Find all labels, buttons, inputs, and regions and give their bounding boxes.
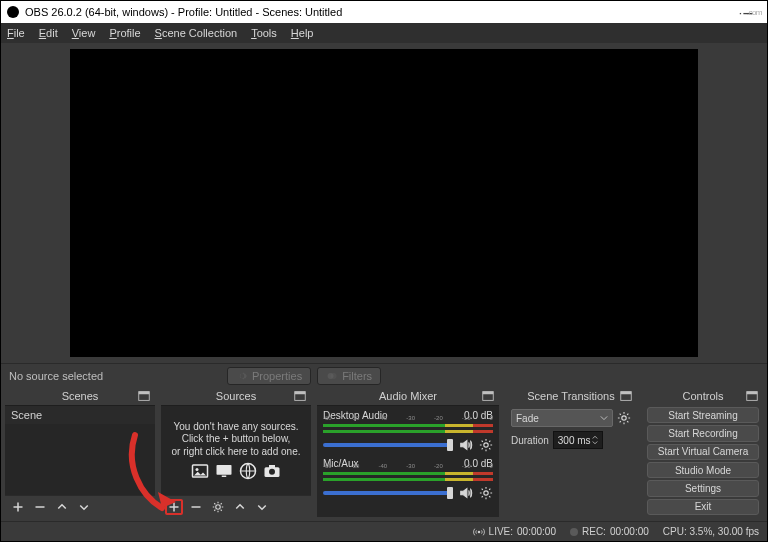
transitions-header: Scene Transitions [505, 387, 637, 405]
start-virtual-camera-button[interactable]: Start Virtual Camera [647, 444, 759, 460]
menu-bar: File Edit View Profile Scene Collection … [1, 23, 767, 43]
scenes-panel: Scenes Scene [5, 387, 155, 517]
image-icon [191, 462, 209, 480]
sources-footer [161, 495, 311, 517]
speaker-icon[interactable] [459, 438, 473, 452]
svg-rect-23 [747, 392, 758, 395]
sources-empty-message: You don't have any sources. Click the + … [172, 421, 301, 459]
controls-panel: Controls Start Streaming Start Recording… [643, 387, 763, 517]
dock-icon[interactable] [481, 389, 495, 403]
gear-icon[interactable] [479, 486, 493, 500]
record-dot-icon [570, 528, 578, 536]
menu-view[interactable]: View [72, 27, 96, 39]
sources-header: Sources [161, 387, 311, 405]
window-title: OBS 26.0.2 (64-bit, windows) - Profile: … [25, 6, 342, 18]
live-status: LIVE: 00:00:00 [473, 526, 556, 537]
svg-rect-20 [621, 392, 632, 395]
preview-canvas[interactable] [70, 49, 698, 357]
scene-item[interactable]: Scene [5, 406, 155, 424]
rec-status: REC: 00:00:00 [570, 526, 649, 537]
filter-icon [326, 370, 338, 382]
filters-button[interactable]: Filters [317, 367, 381, 385]
broadcast-icon [473, 527, 485, 537]
audio-meter: -60-50-40-30-20-100 [323, 470, 493, 484]
add-scene-button[interactable] [9, 499, 27, 515]
mixer-channel: Desktop Audio 0.0 dB -60-50-40-30-20-100 [323, 410, 493, 452]
start-streaming-button[interactable]: Start Streaming [647, 407, 759, 423]
svg-point-21 [622, 416, 626, 420]
status-bar: LIVE: 00:00:00 REC: 00:00:00 CPU: 3.5%, … [1, 521, 767, 541]
source-down-button[interactable] [253, 499, 271, 515]
app-icon [7, 6, 19, 18]
settings-button[interactable]: Settings [647, 480, 759, 496]
mixer-header: Audio Mixer [317, 387, 499, 405]
svg-point-17 [484, 443, 488, 447]
menu-help[interactable]: Help [291, 27, 314, 39]
controls-header: Controls [643, 387, 763, 405]
speaker-icon[interactable] [459, 486, 473, 500]
duration-input[interactable]: 300 ms [553, 431, 603, 449]
source-toolbar: No source selected Properties Filters [1, 363, 767, 387]
dock-panels: Scenes Scene Sources You don't have any [1, 387, 767, 521]
spinner-icon [592, 435, 598, 445]
transition-select[interactable]: Fade [511, 409, 613, 427]
scenes-header: Scenes [5, 387, 155, 405]
watermark: alphr.com [709, 1, 762, 19]
svg-rect-9 [222, 476, 227, 478]
sources-list[interactable]: You don't have any sources. Click the + … [161, 405, 311, 495]
remove-source-button[interactable] [187, 499, 205, 515]
audio-meter: -60-50-40-30-20-100 [323, 422, 493, 436]
preview-area [1, 43, 767, 363]
volume-slider[interactable] [323, 491, 453, 495]
audio-mixer-panel: Audio Mixer Desktop Audio 0.0 dB -60-50-… [317, 387, 499, 517]
gear-icon[interactable] [479, 438, 493, 452]
title-bar: OBS 26.0.2 (64-bit, windows) - Profile: … [1, 1, 767, 23]
menu-edit[interactable]: Edit [39, 27, 58, 39]
volume-slider[interactable] [323, 443, 453, 447]
svg-point-24 [477, 530, 480, 533]
dock-icon[interactable] [745, 389, 759, 403]
menu-tools[interactable]: Tools [251, 27, 277, 39]
globe-icon [239, 462, 257, 480]
svg-rect-3 [139, 392, 150, 395]
svg-point-12 [269, 469, 275, 475]
remove-scene-button[interactable] [31, 499, 49, 515]
gear-icon [236, 370, 248, 382]
svg-point-14 [216, 504, 221, 509]
studio-mode-button[interactable]: Studio Mode [647, 462, 759, 478]
gear-icon[interactable] [617, 411, 631, 425]
cpu-status: CPU: 3.5%, 30.00 fps [663, 526, 759, 537]
sources-panel: Sources You don't have any sources. Clic… [161, 387, 311, 517]
obs-window: OBS 26.0.2 (64-bit, windows) - Profile: … [0, 0, 768, 542]
display-icon [215, 462, 233, 480]
source-up-button[interactable] [231, 499, 249, 515]
chevron-down-icon [600, 414, 608, 422]
add-source-button[interactable] [165, 499, 183, 515]
svg-point-1 [331, 373, 337, 379]
scene-down-button[interactable] [75, 499, 93, 515]
start-recording-button[interactable]: Start Recording [647, 425, 759, 441]
svg-rect-5 [295, 392, 306, 395]
exit-button[interactable]: Exit [647, 499, 759, 515]
properties-button[interactable]: Properties [227, 367, 311, 385]
svg-rect-8 [217, 465, 232, 475]
sources-hint-icons [191, 462, 281, 480]
mixer-body: Desktop Audio 0.0 dB -60-50-40-30-20-100 [317, 405, 499, 517]
menu-profile[interactable]: Profile [109, 27, 140, 39]
scenes-list[interactable]: Scene [5, 405, 155, 495]
svg-point-18 [484, 491, 488, 495]
menu-scene-collection[interactable]: Scene Collection [155, 27, 238, 39]
dock-icon[interactable] [293, 389, 307, 403]
svg-rect-16 [483, 392, 494, 395]
camera-icon [263, 462, 281, 480]
source-properties-button[interactable] [209, 499, 227, 515]
scene-up-button[interactable] [53, 499, 71, 515]
mixer-channel: Mic/Aux 0.0 dB -60-50-40-30-20-100 [323, 458, 493, 500]
dock-icon[interactable] [137, 389, 151, 403]
svg-point-7 [196, 468, 199, 471]
menu-file[interactable]: File [7, 27, 25, 39]
transitions-panel: Scene Transitions Fade Duration 300 ms [505, 387, 637, 517]
dock-icon[interactable] [619, 389, 633, 403]
svg-rect-13 [269, 465, 275, 468]
source-status-label: No source selected [9, 370, 209, 382]
